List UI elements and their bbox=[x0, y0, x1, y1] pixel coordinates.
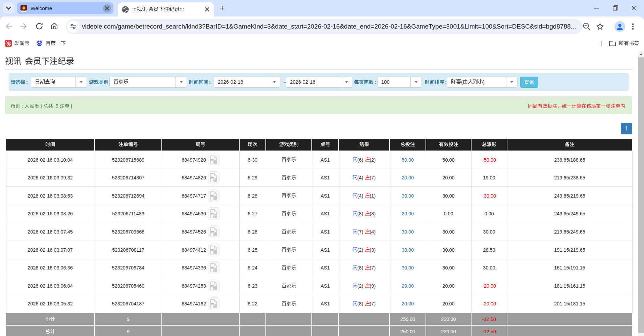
svg-text:du: du bbox=[38, 43, 41, 45]
